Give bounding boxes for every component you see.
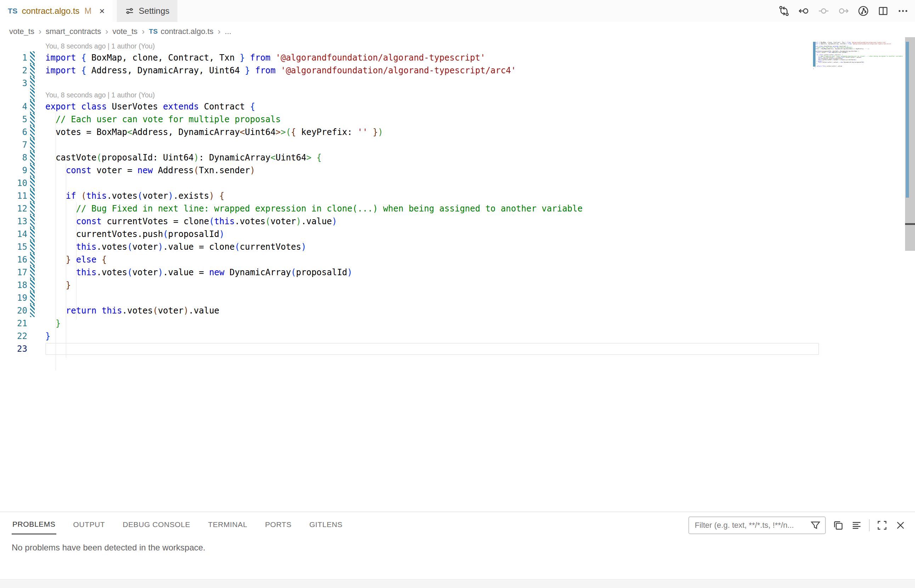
git-gutter-decoration: [30, 52, 35, 64]
line-number[interactable]: 7: [0, 140, 27, 150]
code-line[interactable]: 7: [0, 139, 813, 151]
codelens-row[interactable]: You, 8 seconds ago | 1 author (You): [0, 90, 813, 100]
maximize-panel-icon[interactable]: [876, 519, 888, 531]
editor-actions: [778, 0, 909, 22]
tab-terminal[interactable]: TERMINAL: [207, 514, 248, 534]
line-number[interactable]: 4: [0, 102, 27, 111]
line-number[interactable]: 19: [0, 293, 27, 303]
line-number[interactable]: 8: [0, 153, 27, 163]
code-editor[interactable]: You, 8 seconds ago | 1 author (You)1impo…: [0, 41, 915, 512]
line-number[interactable]: 3: [0, 78, 27, 88]
tab-contract-algo-ts[interactable]: TS contract.algo.ts M ×: [0, 0, 113, 22]
breadcrumb-item[interactable]: contract.algo.ts: [161, 27, 213, 36]
previous-change-icon[interactable]: [817, 5, 830, 17]
tab-problems[interactable]: PROBLEMS: [12, 514, 56, 535]
line-number[interactable]: 17: [0, 267, 27, 277]
git-gutter-decoration: [30, 64, 35, 77]
code-line[interactable]: 11 if (this.votes(voter).exists) {: [0, 189, 813, 202]
editor-scrollbar: [905, 41, 915, 512]
commit-graph-icon[interactable]: [857, 5, 870, 17]
code-line[interactable]: 10: [0, 177, 813, 189]
code-line[interactable]: 19: [0, 292, 813, 304]
code-text: export class UserVotes extends Contract …: [45, 102, 255, 111]
compare-changes-icon[interactable]: [778, 5, 790, 17]
code-line[interactable]: 23: [0, 342, 813, 355]
git-gutter-decoration: [30, 164, 35, 177]
minimap-line: [813, 69, 905, 71]
code-line[interactable]: 6 votes = BoxMap<Address, DynamicArray<U…: [0, 126, 813, 139]
line-number[interactable]: 1: [0, 53, 27, 63]
line-number[interactable]: 10: [0, 178, 27, 188]
tab-label: Settings: [139, 6, 169, 16]
code-line[interactable]: 21 }: [0, 317, 813, 330]
next-change-icon[interactable]: [837, 5, 850, 17]
more-actions-icon[interactable]: [897, 5, 909, 17]
code-line[interactable]: 1import { BoxMap, clone, Contract, Txn }…: [0, 52, 813, 64]
git-gutter-decoration: [30, 253, 35, 266]
codelens-blame-text[interactable]: You, 8 seconds ago | 1 author (You): [45, 42, 155, 50]
line-number[interactable]: 14: [0, 229, 27, 239]
line-number[interactable]: 16: [0, 255, 27, 265]
line-number[interactable]: 5: [0, 115, 27, 124]
problems-message: No problems have been detected in the wo…: [12, 543, 205, 552]
line-number[interactable]: 18: [0, 280, 27, 290]
tab-settings[interactable]: Settings: [117, 0, 178, 22]
breadcrumb-item[interactable]: vote_ts: [112, 27, 137, 36]
git-gutter-decoration: [30, 317, 35, 330]
filter-input[interactable]: [695, 521, 810, 530]
typescript-file-icon: TS: [8, 7, 18, 15]
panel-tabs: PROBLEMS OUTPUT DEBUG CONSOLE TERMINAL P…: [12, 512, 343, 536]
line-number[interactable]: 11: [0, 191, 27, 201]
git-gutter-decoration: [30, 100, 35, 113]
code-line[interactable]: 9 const voter = new Address(Txn.sender): [0, 164, 813, 177]
tab-gitlens[interactable]: GITLENS: [308, 514, 343, 534]
git-gutter-decoration: [30, 228, 35, 241]
code-line[interactable]: 14 currentVotes.push(proposalId): [0, 228, 813, 241]
git-gutter-decoration: [30, 113, 35, 126]
collapse-all-icon[interactable]: [850, 519, 863, 531]
problems-filter[interactable]: [688, 517, 826, 534]
line-number[interactable]: 9: [0, 165, 27, 175]
open-previous-change-icon[interactable]: [797, 5, 810, 17]
code-text: import { BoxMap, clone, Contract, Txn } …: [45, 53, 486, 63]
close-tab-icon[interactable]: ×: [100, 6, 105, 16]
git-gutter-decoration: [30, 139, 35, 151]
codelens-blame-text[interactable]: You, 8 seconds ago | 1 author (You): [45, 91, 155, 99]
split-editor-icon[interactable]: [877, 5, 889, 17]
line-number[interactable]: 13: [0, 216, 27, 226]
code-line[interactable]: 17 this.votes(voter).value = new Dynamic…: [0, 266, 813, 279]
breadcrumb-item[interactable]: smart_contracts: [46, 27, 101, 36]
code-line[interactable]: 5 // Each user can vote for multiple pro…: [0, 113, 813, 126]
code-line[interactable]: 15 this.votes(voter).value = clone(curre…: [0, 241, 813, 253]
tab-output[interactable]: OUTPUT: [73, 514, 106, 534]
code-line[interactable]: 22}: [0, 330, 813, 342]
line-number[interactable]: 20: [0, 306, 27, 316]
line-number[interactable]: 22: [0, 331, 27, 341]
line-number[interactable]: 12: [0, 204, 27, 213]
code-line[interactable]: 16 } else {: [0, 253, 813, 266]
tab-ports[interactable]: PORTS: [264, 514, 292, 534]
git-gutter-decoration: [30, 292, 35, 304]
breadcrumb-item[interactable]: ...: [225, 27, 231, 36]
minimap[interactable]: import { BoxMap, clone, Contract, Txn } …: [813, 42, 905, 113]
line-number[interactable]: 2: [0, 66, 27, 76]
line-number[interactable]: 15: [0, 242, 27, 252]
code-line[interactable]: 3: [0, 77, 813, 90]
tab-debug-console[interactable]: DEBUG CONSOLE: [122, 514, 191, 534]
line-number[interactable]: 23: [0, 344, 27, 354]
view-as-table-icon[interactable]: [832, 519, 844, 531]
code-line[interactable]: 12 // Bug Fixed in next line: wrapped ex…: [0, 202, 813, 215]
code-line[interactable]: 18 }: [0, 279, 813, 292]
code-line[interactable]: 8 castVote(proposalId: Uint64): DynamicA…: [0, 151, 813, 164]
close-panel-icon[interactable]: [894, 519, 907, 531]
breadcrumb-item[interactable]: vote_ts: [9, 27, 34, 36]
line-number[interactable]: 6: [0, 127, 27, 137]
code-line[interactable]: 2import { Address, DynamicArray, Uint64 …: [0, 64, 813, 77]
code-line[interactable]: 20 return this.votes(voter).value: [0, 304, 813, 317]
codelens-row[interactable]: You, 8 seconds ago | 1 author (You): [0, 41, 813, 52]
code-text: // Each user can vote for multiple propo…: [45, 115, 281, 124]
breadcrumb: vote_ts › smart_contracts › vote_ts › TS…: [9, 22, 231, 41]
code-line[interactable]: 4export class UserVotes extends Contract…: [0, 100, 813, 113]
line-number[interactable]: 21: [0, 318, 27, 328]
code-line[interactable]: 13 const currentVotes = clone(this.votes…: [0, 215, 813, 228]
